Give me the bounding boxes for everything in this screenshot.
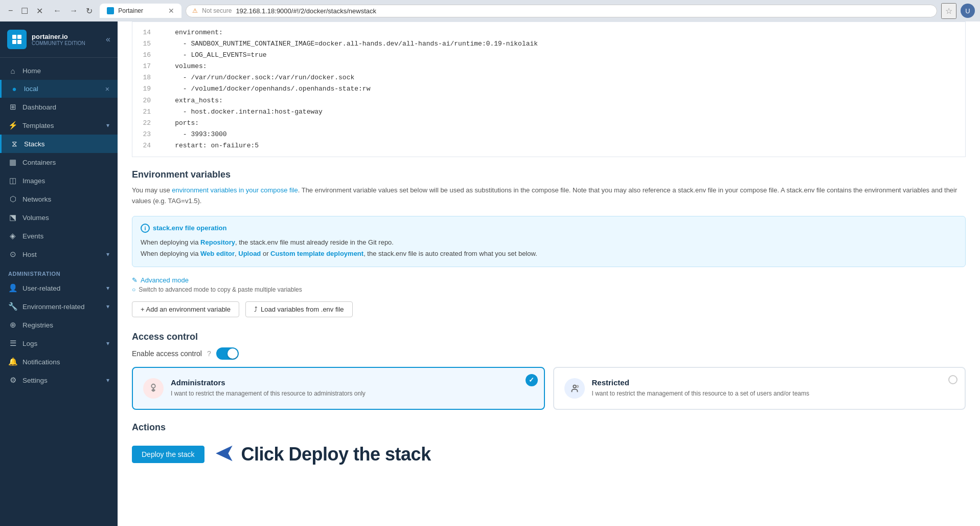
restrict-card-title: Restricted [592,378,955,387]
actions-title: Actions [132,422,966,433]
svg-rect-1 [17,35,21,39]
sidebar-item-containers[interactable]: ▦ Containers [0,153,118,171]
load-env-label: Load variables from .env file [261,305,344,313]
restore-btn[interactable]: ☐ [18,4,31,18]
bookmark-btn[interactable]: ☆ [941,3,956,19]
admin-card-checkmark [526,374,538,386]
line-content: - LOG_ALL_EVENTS=true [159,50,957,61]
sidebar-collapse-btn[interactable]: « [106,35,110,44]
info-box-title: i stack.env file operation [141,224,957,233]
sidebar-item-networks[interactable]: ⬡ Networks [0,190,118,208]
local-icon: ● [10,84,19,93]
arrow-icon: ➤ [215,440,235,469]
admin-card-desc: I want to restrict the management of thi… [171,389,534,398]
back-btn[interactable]: ← [50,4,64,17]
edit-icon: ✎ [132,276,138,284]
add-env-var-button[interactable]: + Add an environment variable [132,301,239,317]
info-line2-link1[interactable]: Web editor [200,250,235,257]
user-related-icon: 👤 [8,283,17,293]
code-line: 23 - 3993:3000 [132,129,965,140]
volumes-icon: ⬔ [8,213,17,222]
admin-section-label: Administration [0,264,118,279]
access-control-toggle[interactable] [216,347,239,360]
line-content: - 3993:3000 [159,129,957,140]
sidebar-nav: ⌂ Home ● local × ⊞ Dashboard ⚡ Templates… [0,58,118,526]
containers-icon: ▦ [8,158,17,167]
env-related-icon: 🔧 [8,302,17,311]
profile-btn[interactable]: U [961,4,975,18]
line-number: 16 [141,50,159,61]
address-bar[interactable] [236,7,930,15]
close-btn[interactable]: ✕ [33,4,46,18]
sidebar-item-templates[interactable]: ⚡ Templates ▾ [0,116,118,135]
deploy-stack-button[interactable]: Deploy the stack [132,446,204,463]
restrict-card-icon [564,378,585,399]
env-vars-title: Environment variables [132,169,966,180]
logs-icon: ☰ [8,339,17,348]
tab-close-icon[interactable]: ✕ [168,7,174,15]
env-vars-desc: You may use environment variables in you… [132,185,966,207]
restricted-card[interactable]: Restricted I want to restrict the manage… [553,367,966,410]
administrators-card[interactable]: Administrators I want to restrict the ma… [132,367,545,410]
sidebar-item-notifications[interactable]: 🔔 Notifications [0,353,118,371]
templates-label: Templates [22,122,54,129]
templates-chevron: ▾ [106,122,109,129]
load-env-btn[interactable]: ⤴ Load variables from .env file [245,301,353,317]
sidebar-item-registries[interactable]: ⊕ Registries [0,316,118,334]
images-label: Images [22,177,45,185]
sidebar-item-dashboard[interactable]: ⊞ Dashboard [0,98,118,116]
code-line: 18 - /var/run/docker.sock:/var/run/docke… [132,72,965,83]
sidebar-item-user-related[interactable]: 👤 User-related ▾ [0,279,118,297]
info-box-title-text: stack.env file operation [153,224,227,232]
info-line2-link2[interactable]: Upload [238,250,261,257]
code-line: 17 volumes: [132,61,965,72]
sidebar-item-volumes[interactable]: ⬔ Volumes [0,208,118,227]
info-line-1: When deploying via Repository, the stack… [141,237,957,248]
tab-favicon [107,7,114,14]
code-line: 19 - /volume1/docker/openhands/.openhand… [132,83,965,95]
sidebar-item-host[interactable]: ⊙ Host ▾ [0,245,118,264]
code-line: 24 restart: on-failure:5 [132,140,965,151]
info-line1-rest: , the stack.env file must already reside… [235,238,394,246]
info-line2-plain: When deploying via [141,250,200,257]
deploy-row: Deploy the stack ➤ Click Deploy the stac… [132,440,966,469]
images-icon: ◫ [8,176,17,185]
sidebar-item-stacks[interactable]: ⧖ Stacks [0,135,118,153]
dashboard-icon: ⊞ [8,102,17,112]
env-close-icon[interactable]: × [105,85,109,93]
portainer-logo-icon [7,30,27,49]
sidebar-item-settings[interactable]: ⚙ Settings ▾ [0,371,118,389]
sidebar-item-images[interactable]: ◫ Images [0,171,118,190]
browser-chrome: − ☐ ✕ ← → ↻ Portainer ✕ ⚠ Not secure ☆ U [0,0,980,21]
minimize-btn[interactable]: − [5,4,16,17]
line-content: - /volume1/docker/openhands/.openhands-s… [159,83,957,95]
stacks-label: Stacks [24,140,45,148]
env-related-label: Environment-related [22,303,85,311]
reload-btn[interactable]: ↻ [83,4,96,18]
content-area: 14 environment:15 - SANDBOX_RUNTIME_CONT… [118,21,980,526]
browser-tab[interactable]: Portainer ✕ [100,4,181,18]
info-line1-plain: When deploying via [141,238,200,246]
env-desc-link[interactable]: environment variables in your compose fi… [172,186,298,194]
logs-label: Logs [22,340,37,347]
env-vars-section: Environment variables You may use enviro… [132,169,966,317]
actions-section: Actions Deploy the stack ➤ Click Deploy … [132,422,966,469]
upload-icon: ⤴ [254,305,258,313]
sidebar-item-logs[interactable]: ☰ Logs ▾ [0,334,118,353]
advanced-mode-link[interactable]: ✎ Advanced mode [132,276,966,284]
forward-btn[interactable]: → [66,4,81,17]
svg-rect-3 [17,40,21,44]
dashboard-label: Dashboard [22,103,56,111]
advanced-mode-label: Advanced mode [141,276,189,284]
info-line1-link[interactable]: Repository [200,238,235,246]
info-line-2: When deploying via Web editor, Upload or… [141,248,957,259]
info-line2-link3[interactable]: Custom template deployment [270,250,363,257]
svg-point-4 [151,384,155,388]
line-content: - host.docker.internal:host-gateway [159,106,957,118]
line-number: 24 [141,140,159,151]
sidebar-item-events[interactable]: ◈ Events [0,227,118,245]
help-icon: ? [207,349,211,358]
sidebar-item-env-related[interactable]: 🔧 Environment-related ▾ [0,297,118,316]
sidebar-item-home[interactable]: ⌂ Home [0,62,118,80]
sidebar-item-local[interactable]: ● local × [0,80,118,98]
